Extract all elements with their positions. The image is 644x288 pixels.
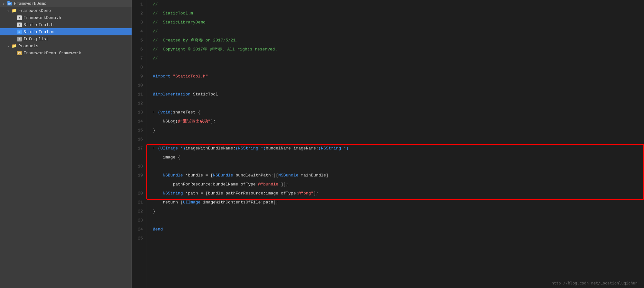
line-numbers: 1 2 3 4 5 6 7 8 9 10 11 12 13 14 15 16 1… bbox=[132, 0, 146, 288]
code-line-3: // StaticLibraryDemo bbox=[153, 18, 644, 27]
code-line-4: // bbox=[153, 27, 644, 36]
code-line-17a: + (UIImage *)imageWithBundleName:(NSStri… bbox=[153, 144, 644, 153]
sidebar-item-project-root[interactable]: FrameworkDemo bbox=[0, 0, 132, 7]
sidebar-item-file-h1[interactable]: h FrameworkDemo.h bbox=[0, 14, 132, 21]
file-m1-label: StaticTool.m bbox=[23, 30, 54, 34]
sidebar-item-folder-products[interactable]: 📁 Products bbox=[0, 42, 132, 50]
code-line-8 bbox=[153, 63, 644, 72]
sidebar: FrameworkDemo 📁 FrameworkDemo h Framewor… bbox=[0, 0, 132, 288]
code-content: // // StaticTool.m // StaticLibraryDemo … bbox=[146, 0, 644, 288]
code-line-9: #import "StaticTool.h" bbox=[153, 72, 644, 81]
code-line-13: + (void)shareTest { bbox=[153, 108, 644, 117]
code-line-17b: image { bbox=[153, 153, 644, 162]
folder-framework-label: FrameworkDemo bbox=[18, 8, 51, 13]
code-line-22: } bbox=[153, 207, 644, 216]
code-line-1: // bbox=[153, 0, 644, 9]
sidebar-item-framework[interactable]: 🗂 FrameworkDemo.framework bbox=[0, 50, 132, 57]
folder-products-label: Products bbox=[18, 44, 38, 49]
h-file-icon-2: h bbox=[17, 22, 22, 27]
code-line-6: // Copyright © 2017年 卢奇春. All rights res… bbox=[153, 45, 644, 54]
project-icon bbox=[7, 1, 12, 6]
sidebar-item-file-plist[interactable]: ⊞ Info.plist bbox=[0, 35, 132, 42]
code-line-7: // bbox=[153, 54, 644, 63]
sidebar-item-file-m1[interactable]: m StaticTool.m bbox=[0, 28, 132, 35]
code-line-15: } bbox=[153, 126, 644, 135]
expand-arrow-project bbox=[3, 2, 6, 5]
code-line-18 bbox=[153, 162, 644, 171]
code-line-21: return [UIImage imageWithContentsOfFile:… bbox=[153, 198, 644, 207]
file-h2-label: StaticTool.h bbox=[23, 22, 54, 27]
h-file-icon-1: h bbox=[17, 15, 22, 20]
code-editor: 1 2 3 4 5 6 7 8 9 10 11 12 13 14 15 16 1… bbox=[132, 0, 644, 288]
sidebar-item-file-h2[interactable]: h StaticTool.h bbox=[0, 21, 132, 28]
code-line-20: NSString *path = [bundle pathForResource… bbox=[153, 189, 644, 198]
code-line-12 bbox=[153, 99, 644, 108]
code-line-11: @implementation StaticTool bbox=[153, 90, 644, 99]
code-line-25 bbox=[153, 234, 644, 243]
code-line-19b: pathForResource:bundelName ofType:@"bund… bbox=[153, 180, 644, 189]
plist-icon: ⊞ bbox=[17, 36, 22, 41]
expand-arrow-folder bbox=[7, 9, 11, 13]
framework-icon: 🗂 bbox=[17, 50, 22, 56]
svg-rect-1 bbox=[7, 1, 10, 3]
products-folder-icon: 📁 bbox=[12, 43, 17, 49]
code-line-19a: NSBundle *bundle = [NSBundle bundleWithP… bbox=[153, 171, 644, 180]
code-line-14: NSLog(@"测试输出成功"); bbox=[153, 117, 644, 126]
watermark: http://blog.csdn.net/Locationluqichun bbox=[552, 281, 638, 285]
project-root-label: FrameworkDemo bbox=[14, 1, 46, 6]
code-line-16 bbox=[153, 135, 644, 144]
framework-label: FrameworkDemo.framework bbox=[23, 51, 81, 56]
file-plist-label: Info.plist bbox=[23, 37, 49, 41]
sidebar-item-folder-framework[interactable]: 📁 FrameworkDemo bbox=[0, 7, 132, 14]
code-line-10 bbox=[153, 81, 644, 90]
code-line-5: // Created by 卢奇春 on 2017/5/21. bbox=[153, 36, 644, 45]
code-line-2: // StaticTool.m bbox=[153, 9, 644, 18]
code-line-24: @end bbox=[153, 225, 644, 234]
m-file-icon: m bbox=[17, 29, 22, 34]
expand-arrow-products bbox=[7, 44, 11, 48]
code-line-23 bbox=[153, 216, 644, 225]
folder-icon: 📁 bbox=[12, 8, 17, 13]
file-h1-label: FrameworkDemo.h bbox=[23, 15, 61, 20]
